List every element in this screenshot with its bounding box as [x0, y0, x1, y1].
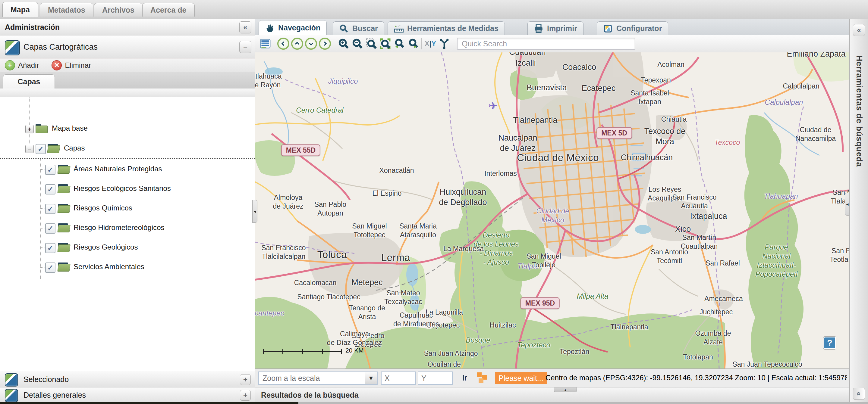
layers-collapse-button[interactable]: − — [239, 41, 251, 53]
layers-panel-title: Capas Cartográficas — [24, 42, 98, 52]
go-to-xy-icon[interactable] — [438, 37, 451, 50]
tab-configurator[interactable]: Configurator — [597, 21, 668, 35]
results-title: Resultados de la búsqueda — [261, 391, 359, 400]
pan-south-icon[interactable] — [304, 37, 318, 50]
pan-west-icon[interactable] — [277, 37, 290, 50]
tab-metadatos[interactable]: Metadatos — [40, 3, 93, 16]
chevron-up-button[interactable]: « — [853, 388, 865, 400]
layer-checkbox[interactable]: ✓ — [45, 165, 56, 175]
tree-item[interactable]: ✓Riesgo Hidrometereológicos — [0, 218, 255, 238]
quick-search-input[interactable] — [457, 38, 635, 50]
tree-item-capas[interactable]: − ✓ Capas — [0, 139, 255, 158]
map-label: Santa Isabel Ixtapan — [630, 89, 669, 106]
tab-archivos[interactable]: Archivos — [94, 3, 143, 16]
help-button[interactable]: ? — [824, 337, 836, 349]
layer-checkbox[interactable]: ✓ — [45, 184, 56, 195]
zoom-max-extent-icon[interactable] — [378, 37, 392, 50]
map-panel-icon — [5, 373, 18, 386]
tab-herramientas-medidas[interactable]: Herramientas de Medidas — [388, 21, 505, 35]
tab-navegacion[interactable]: Navegación — [258, 20, 327, 35]
tree-connector — [40, 267, 45, 268]
chevron-down-icon[interactable]: ▼ — [365, 372, 377, 384]
map-toolbar: X|Y — [255, 35, 849, 53]
tree-item[interactable]: ✓Riesgos Químicos — [0, 199, 255, 218]
zoom-in-icon[interactable] — [337, 37, 350, 50]
results-collapse-handle[interactable]: ▲ — [554, 388, 577, 392]
layer-checkbox[interactable]: ✓ — [45, 263, 56, 273]
tab-imprimir[interactable]: Imprimir — [527, 21, 584, 35]
layer-checkbox[interactable]: ✓ — [36, 144, 46, 154]
expand-button[interactable]: + — [240, 374, 251, 385]
xy-coordinates-icon[interactable]: X|Y — [424, 37, 437, 50]
map-label: Acolman — [657, 60, 684, 69]
window-bottom-strip — [0, 402, 299, 404]
panel-detalles-generales[interactable]: Detalles generales + — [0, 387, 255, 403]
map-label: Calpulalpan — [765, 98, 803, 107]
map-tool-tabbar: Navegación Buscar Herramientas de Medida… — [255, 19, 849, 35]
tab-label: Configurator — [616, 24, 662, 33]
y-coordinate-input[interactable] — [418, 371, 453, 385]
layer-checkbox[interactable]: ✓ — [45, 243, 56, 253]
remove-layer-button[interactable]: ✕ Eliminar — [52, 60, 91, 70]
admin-title: Administración — [5, 23, 60, 32]
tab-buscar[interactable]: Buscar — [333, 21, 384, 35]
map-label: Ciudad de México — [517, 152, 599, 164]
legend-icon[interactable] — [258, 37, 272, 50]
folder-icon — [36, 124, 48, 133]
sidebar-collapse-button[interactable]: « — [239, 21, 251, 33]
tree-item[interactable]: ✓Riesgos Ecológicos Sanitarios — [0, 179, 255, 199]
zoom-scale-select[interactable]: Zoom a la escala ▼ — [258, 371, 378, 385]
tab-acerca-de[interactable]: Acerca de — [142, 3, 195, 16]
collapse-icon[interactable]: − — [25, 145, 34, 153]
admin-header: Administración « — [0, 19, 255, 35]
tab-label: Metadatos — [48, 6, 85, 14]
map-status-bar: Zoom a la escala ▼ Ir Please wait... Cen… — [255, 368, 849, 388]
top-tab-bar: Mapa Metadatos Archivos Acerca de — [0, 0, 868, 20]
map-label: Tepozteco — [517, 340, 550, 349]
map-label: Ocuilan de — [428, 360, 461, 368]
tree-item[interactable]: ✓Riesgos Geológicos — [0, 238, 255, 258]
zoom-out-icon[interactable] — [351, 37, 364, 50]
expand-icon[interactable]: + — [25, 125, 34, 133]
tab-capas[interactable]: Capas — [3, 74, 55, 89]
x-coordinate-input[interactable] — [381, 371, 416, 385]
map-label: Buenavista — [527, 83, 567, 93]
pan-east-icon[interactable] — [318, 37, 332, 50]
application-window: Mapa Metadatos Archivos Acerca de Admini… — [0, 0, 868, 404]
map-label: Chimalhuacán — [621, 153, 673, 163]
map-label: Parque Nacional Iztaccíhuatl- Popocatépe… — [755, 243, 798, 279]
search-results-panel[interactable]: Resultados de la búsqueda ▲ — [255, 387, 849, 403]
map-status-text: Centro de mapas (EPSG:4326): -99.1526146… — [546, 374, 847, 382]
map-label: Santa Maria Atarasquillo — [399, 222, 437, 239]
map-label: Chiautla — [661, 115, 687, 124]
layer-checkbox[interactable]: ✓ — [45, 204, 56, 214]
map-label: Texcoco — [715, 138, 740, 147]
expand-button[interactable]: + — [240, 390, 251, 401]
map-label: Xonacatlán — [379, 166, 414, 175]
map-label: Ixtapaluca — [690, 211, 727, 222]
add-layer-button[interactable]: + Añadir — [5, 60, 39, 70]
tab-mapa[interactable]: Mapa — [2, 2, 38, 17]
panel-seleccionado[interactable]: Seleccionado + — [0, 371, 255, 388]
tree-item[interactable]: ✓Áreas Naturales Protegidas — [0, 160, 255, 179]
sidebar-edge-handle[interactable]: ◄ — [252, 200, 257, 223]
map-viewport[interactable]: CuautitlánIzcalliCoacalcoBuenavistaEcate… — [255, 53, 849, 368]
zoom-next-icon[interactable] — [406, 37, 420, 50]
map-label: Tlalnepantla — [513, 115, 557, 126]
tree-item[interactable]: ✓Servicios Ambientales — [0, 258, 255, 277]
tree-children: ✓Áreas Naturales Protegidas✓Riesgos Ecol… — [0, 160, 255, 277]
layer-checkbox[interactable]: ✓ — [45, 223, 56, 234]
zoom-window-icon[interactable] — [365, 37, 378, 50]
zoom-scale-value: Zoom a la escala — [259, 374, 365, 383]
layers-tree: + Mapa base − ✓ Capas ✓Áreas Naturales P… — [0, 97, 255, 371]
tree-item-mapa-base[interactable]: + Mapa base — [0, 119, 255, 138]
tree-item-label: Mapa base — [52, 124, 88, 132]
zoom-previous-icon[interactable] — [393, 37, 406, 50]
magnifier-icon — [339, 24, 349, 33]
expand-search-tools-button[interactable]: « — [853, 24, 865, 36]
map-label: Tlalnepantla — [610, 323, 648, 332]
pan-north-icon[interactable] — [290, 37, 304, 50]
folder-icon — [58, 184, 70, 193]
search-tools-strip[interactable]: « Herramientas de búsqueda « — [849, 19, 868, 404]
go-button[interactable]: Ir — [462, 374, 467, 382]
